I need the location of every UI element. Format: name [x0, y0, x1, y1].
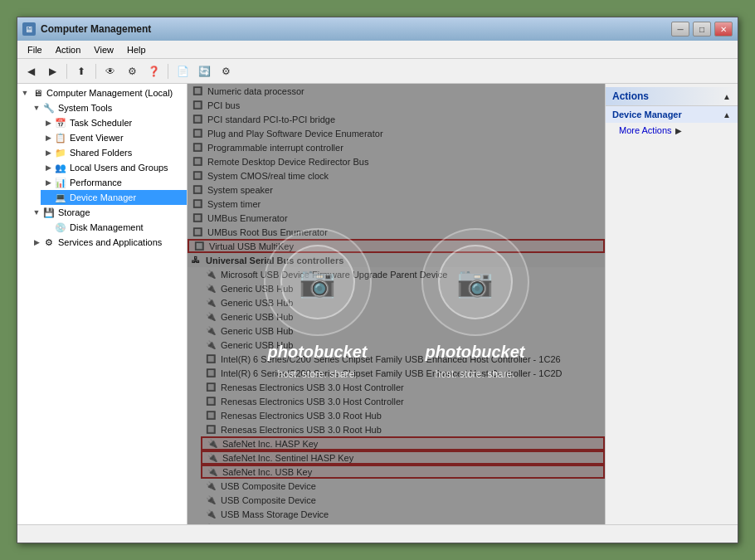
- expander-local-users[interactable]: ▶: [42, 162, 54, 173]
- list-item[interactable]: 🔲 System speaker: [188, 183, 605, 197]
- list-item-usb3-hc2[interactable]: 🔲 Renesas Electronics USB 3.0 Host Contr…: [201, 394, 605, 408]
- list-item-usb3-hc1[interactable]: 🔲 Renesas Electronics USB 3.0 Host Contr…: [201, 380, 605, 394]
- tree-item-device-manager[interactable]: 💻 Device Manager: [41, 190, 187, 205]
- list-item[interactable]: 🔲 Remote Desktop Device Redirector Bus: [188, 154, 605, 168]
- tree-item-services[interactable]: ▶ ⚙ Services and Applications: [29, 235, 187, 250]
- tree-item-shared-folders[interactable]: ▶ 📁 Shared Folders: [41, 145, 187, 160]
- list-item[interactable]: 🔲 Numeric data processor: [188, 84, 605, 98]
- more-button[interactable]: ⚙: [216, 62, 236, 80]
- device-label-safenet-sentinel: SafeNet Inc. Sentinel HASP Key: [222, 453, 353, 463]
- list-item[interactable]: 🔌 USB Composite Device: [201, 479, 605, 493]
- list-item[interactable]: 🔌 Generic USB Hub: [201, 338, 605, 352]
- device-icon: 🔲: [204, 381, 217, 394]
- expander-services[interactable]: ▶: [31, 236, 42, 248]
- list-item[interactable]: 🔌 Generic USB Hub: [201, 309, 605, 324]
- device-icon: 🔲: [204, 395, 217, 408]
- tree-item-root[interactable]: ▼ 🖥 Computer Management (Local): [17, 85, 187, 100]
- actions-dm-expand-icon: ▲: [723, 110, 731, 119]
- app-icon: 🖥: [22, 22, 36, 36]
- device-label-safenet-hasp: SafeNet Inc. HASP Key: [222, 439, 318, 449]
- list-item[interactable]: 🔌 Generic USB Hub: [201, 324, 605, 338]
- device-label: System timer: [207, 199, 261, 209]
- list-item[interactable]: 🔲 PCI standard PCI-to-PCI bridge: [188, 112, 605, 126]
- properties-button[interactable]: ⚙: [122, 62, 142, 80]
- menu-file[interactable]: File: [21, 43, 49, 56]
- list-item[interactable]: 🔲 UMBus Enumerator: [188, 211, 605, 225]
- device-icon: 🔌: [204, 480, 217, 493]
- expander-disk-mgmt[interactable]: [42, 222, 54, 233]
- list-item[interactable]: 🔌 Generic USB Hub: [201, 281, 605, 295]
- export-button[interactable]: 📄: [173, 62, 192, 80]
- forward-button[interactable]: ▶: [42, 62, 62, 80]
- list-item[interactable]: 🔲 UMBus Root Bus Enumerator: [188, 225, 605, 239]
- label-disk-mgmt: Disk Management: [70, 222, 144, 232]
- actions-device-manager[interactable]: Device Manager ▲: [606, 106, 738, 123]
- label-performance: Performance: [70, 178, 122, 187]
- list-item-virtual-usb[interactable]: 🔲 Virtual USB MultiKey: [188, 239, 605, 253]
- tree-item-local-users[interactable]: ▶ 👥 Local Users and Groups: [41, 160, 187, 175]
- device-label: UMBus Enumerator: [207, 213, 288, 223]
- maximize-button[interactable]: □: [693, 22, 711, 37]
- list-item-storage-device[interactable]: 🔌 USB Mass Storage Device: [201, 507, 605, 521]
- expander-performance[interactable]: ▶: [42, 177, 54, 188]
- list-item-safenet-hasp[interactable]: 🔌 SafeNet Inc. HASP Key: [201, 436, 605, 450]
- device-label: Renesas Electronics USB 3.0 Host Control…: [221, 397, 404, 407]
- up-button[interactable]: ⬆: [71, 62, 91, 80]
- expander-task-scheduler[interactable]: ▶: [42, 117, 54, 129]
- list-item-usb3-rh2[interactable]: 🔲 Renesas Electronics USB 3.0 Root Hub: [201, 422, 605, 436]
- expander-device-manager[interactable]: [42, 192, 54, 203]
- device-icon: 🔲: [191, 197, 204, 211]
- list-item[interactable]: 🔌 Generic USB Hub: [201, 295, 605, 309]
- close-button[interactable]: ✕: [714, 22, 733, 37]
- tree-item-storage[interactable]: ▼ 💾 Storage: [29, 205, 187, 220]
- list-item[interactable]: 🔲 System timer: [188, 197, 605, 211]
- menu-view[interactable]: View: [87, 43, 120, 56]
- list-item[interactable]: 🔲 Intel(R) 6 Series/C200 Series Chipset …: [201, 366, 605, 380]
- actions-more-actions[interactable]: More Actions ▶: [606, 123, 738, 138]
- list-item-usb-group[interactable]: 🖧 Universal Serial Bus controllers: [188, 253, 605, 267]
- back-button[interactable]: ◀: [21, 62, 41, 80]
- tree-item-task-scheduler[interactable]: ▶ 📅 Task Scheduler: [41, 115, 187, 130]
- actions-header[interactable]: Actions ▲: [606, 87, 738, 106]
- device-icon: 🔌: [204, 282, 217, 295]
- expander-storage[interactable]: ▼: [31, 207, 42, 218]
- device-icon: 🔌: [204, 268, 217, 281]
- expander-root[interactable]: ▼: [19, 87, 31, 99]
- help-button[interactable]: ❓: [144, 62, 163, 80]
- tree-item-performance[interactable]: ▶ 📊 Performance: [41, 175, 187, 190]
- menu-action[interactable]: Action: [49, 43, 88, 56]
- tree-item-event-viewer[interactable]: ▶ 📋 Event Viewer: [41, 130, 187, 145]
- list-item-usb3-rh1[interactable]: 🔲 Renesas Electronics USB 3.0 Root Hub: [201, 408, 605, 422]
- list-item-safenet-sentinel[interactable]: 🔌 SafeNet Inc. Sentinel HASP Key: [201, 450, 605, 465]
- tree-item-system-tools[interactable]: ▼ 🔧 System Tools: [29, 100, 187, 115]
- list-item[interactable]: 🔲 PCI bus: [188, 98, 605, 112]
- expander-shared-folders[interactable]: ▶: [42, 147, 54, 158]
- window-controls: ─ □ ✕: [671, 22, 733, 37]
- list-item[interactable]: 🔲 Intel(R) 6 Series/C200 Series Chipset …: [201, 352, 605, 366]
- list-item[interactable]: 🔲 System CMOS/real time clock: [188, 168, 605, 183]
- menu-help[interactable]: Help: [120, 43, 153, 56]
- device-icon: 🔲: [191, 169, 204, 183]
- actions-title: Actions: [612, 90, 649, 102]
- minimize-button[interactable]: ─: [671, 22, 689, 37]
- list-item[interactable]: 🔌 USB Composite Device: [201, 493, 605, 507]
- list-item-safenet-usb[interactable]: 🔌 SafeNet Inc. USB Key: [201, 465, 605, 479]
- device-label: PCI standard PCI-to-PCI bridge: [207, 114, 335, 124]
- list-item[interactable]: 🔌 Microsoft USB Device Firmware Upgrade …: [201, 267, 605, 281]
- device-label: Generic USB Hub: [221, 284, 293, 294]
- icon-device-manager: 💻: [54, 191, 67, 204]
- list-item[interactable]: 🔲 Plug and Play Software Device Enumerat…: [188, 126, 605, 140]
- toolbar-sep-2: [95, 64, 96, 79]
- device-icon: 🔲: [204, 423, 217, 436]
- device-label: UMBus Root Bus Enumerator: [207, 227, 328, 237]
- refresh-button[interactable]: 🔄: [194, 62, 214, 80]
- tree-item-disk-mgmt[interactable]: 💿 Disk Management: [41, 220, 187, 235]
- expander-event-viewer[interactable]: ▶: [42, 132, 54, 144]
- device-icon: 🔲: [191, 85, 204, 98]
- list-item[interactable]: 🔲 Programmable interrupt controller: [188, 140, 605, 154]
- list-item[interactable]: 🔌 USB Root Hub: [201, 521, 605, 524]
- expander-system-tools[interactable]: ▼: [31, 102, 42, 114]
- device-icon: 🔲: [191, 183, 204, 197]
- device-label-storage: USB Mass Storage Device: [221, 509, 329, 519]
- show-hide-button[interactable]: 👁: [100, 62, 120, 80]
